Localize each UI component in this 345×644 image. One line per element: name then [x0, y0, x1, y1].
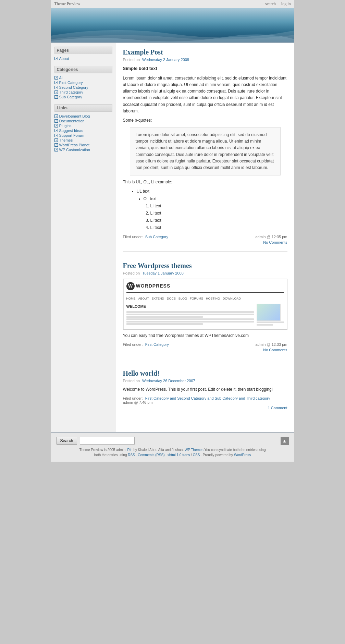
page-icon-about: ↗ — [54, 57, 58, 60]
wp-main-col: WELCOME — [126, 304, 254, 326]
link-item-themes: ↗ Themes — [54, 138, 112, 143]
post-link-free-wp[interactable]: Free Wordpress themes — [123, 262, 192, 269]
link-icon-wp-custom: ↗ — [54, 148, 58, 151]
main-content: Example Post Posted on Wednesday 2 Janua… — [116, 43, 294, 432]
post-link-hello-world[interactable]: Hello world! — [123, 369, 160, 377]
post-title-hello-world: Hello world! — [123, 369, 287, 377]
post-author-example: admin @ 12:35 pm — [255, 235, 287, 239]
post-comments-example: No Comments — [123, 240, 287, 244]
post-date-example: Posted on Wednesday 2 January 2008 — [123, 58, 287, 62]
post-title-example: Example Post — [123, 48, 287, 56]
link-wp-planet[interactable]: ↗ WordPress Planet — [54, 143, 112, 147]
pages-list: ↗ About — [54, 56, 112, 61]
search-input[interactable] — [80, 437, 135, 445]
post-date-link-example[interactable]: Wednesday 2 January 2008 — [142, 58, 189, 62]
link-icon-plugins: ↗ — [54, 124, 58, 127]
footer-wordpress-link[interactable]: WordPress — [234, 453, 251, 457]
link-support[interactable]: ↗ Support Forum — [54, 133, 112, 137]
category-link-second[interactable]: ↗ Second Category — [54, 85, 112, 89]
link-docs[interactable]: ↗ Documentation — [54, 119, 112, 123]
link-themes[interactable]: ↗ Themes — [54, 138, 112, 142]
categories-list: ↗ All ↗ First Category ↗ Second Ca — [54, 75, 112, 99]
post-categories-link-hello-world[interactable]: First Category and Second Category and S… — [145, 396, 270, 400]
category-item-third: ↗ Third category — [54, 90, 112, 95]
post-category-link-free-wp[interactable]: First Category — [145, 342, 169, 347]
post-free-wp: Free Wordpress themes Posted on Tuesday … — [123, 262, 287, 360]
content-wrapper: Pages ↗ About Categories ↗ — [51, 42, 294, 432]
footer-rin-link[interactable]: Rin — [127, 448, 133, 452]
footer-comments-rss-link[interactable]: Comments (RSS) — [138, 453, 164, 457]
category-link-sub[interactable]: ↗ Sub Category — [54, 95, 112, 99]
link-item-devblog: ↗ Development Blog — [54, 114, 112, 119]
link-item-support: ↗ Support Forum — [54, 133, 112, 138]
category-link-all[interactable]: ↗ All — [54, 76, 112, 80]
footer-rss-link[interactable]: RSS — [128, 453, 135, 457]
categories-heading: Categories — [54, 66, 112, 73]
category-link-third[interactable]: ↗ Third category — [54, 90, 112, 94]
link-icon-docs: ↗ — [54, 119, 58, 123]
post-blockquote-example: Lorem ipsum dolor sit amet, consectetur … — [130, 127, 281, 175]
post-author-free-wp: admin @ 12:33 pm — [255, 342, 287, 347]
category-icon-second: ↗ — [54, 86, 58, 89]
post-comments-link-example[interactable]: No Comments — [263, 240, 287, 244]
search-bar: Search — [57, 437, 135, 445]
pages-section: Pages ↗ About — [54, 47, 112, 61]
categories-section: Categories ↗ All ↗ First Category — [54, 66, 112, 99]
link-item-wp-planet: ↗ WordPress Planet — [54, 143, 112, 147]
links-list: ↗ Development Blog ↗ Documentation ↗ — [54, 114, 112, 152]
page-link-about[interactable]: ↗ About — [54, 57, 112, 61]
link-icon-themes: ↗ — [54, 138, 58, 142]
login-link[interactable]: log in — [281, 1, 291, 7]
post-link-example[interactable]: Example Post — [123, 48, 163, 56]
footer-text: Theme Preview is 2005 admin. Rin by Khal… — [57, 447, 289, 458]
post-meta-hello-world: Filed under: First Category and Second C… — [123, 396, 287, 404]
site-title: Theme Preview — [54, 1, 81, 7]
link-item-wp-custom: ↗ WP Customization — [54, 147, 112, 152]
topbar: Theme Preview search log in — [51, 0, 294, 8]
wp-body: WELCOME — [126, 304, 284, 326]
link-wp-custom[interactable]: ↗ WP Customization — [54, 148, 112, 152]
link-icon-wp-planet: ↗ — [54, 143, 58, 147]
post-comments-link-free-wp[interactable]: No Comments — [263, 348, 287, 352]
wp-mockup-header: W WORDPRESS — [126, 282, 284, 293]
links-heading: Links — [54, 104, 112, 112]
post-title-free-wp: Free Wordpress themes — [123, 262, 287, 270]
post-meta-example: Filed under: Sub Category admin @ 12:35 … — [123, 235, 287, 239]
post-date-link-free-wp[interactable]: Tuesday 1 January 2008 — [142, 271, 184, 275]
search-link[interactable]: search — [265, 1, 276, 7]
wp-logo-circle: W — [126, 282, 135, 290]
post-body-example: Simple bold text Lorem ipsum dolor sit a… — [123, 65, 287, 231]
wp-mockup: W WORDPRESS HOME ABOUT EXTEND DOCS BLOG — [123, 279, 287, 329]
link-suggest[interactable]: ↗ Suggest Ideas — [54, 129, 112, 133]
search-button[interactable]: Search — [57, 437, 77, 445]
link-devblog[interactable]: ↗ Development Blog — [54, 114, 112, 118]
link-icon-devblog: ↗ — [54, 114, 58, 118]
link-item-suggest: ↗ Suggest Ideas — [54, 128, 112, 133]
sidebar: Pages ↗ About Categories ↗ — [51, 43, 116, 432]
link-item-plugins: ↗ Plugins — [54, 123, 112, 128]
category-link-first[interactable]: ↗ First Category — [54, 81, 112, 85]
site-header — [51, 8, 294, 42]
link-item-docs: ↗ Documentation — [54, 119, 112, 123]
footer-xhtml-link[interactable]: xhtml 1.0 trans — [168, 453, 190, 457]
scroll-top-button[interactable]: ▲ — [281, 437, 289, 445]
link-icon-support: ↗ — [54, 134, 58, 137]
category-icon-third: ↗ — [54, 90, 58, 94]
wp-logo: W WORDPRESS — [126, 282, 171, 290]
page-item-about: ↗ About — [54, 56, 112, 61]
wp-screenshot: W WORDPRESS HOME ABOUT EXTEND DOCS BLOG — [123, 279, 287, 330]
post-comments-hello-world: 1 Comment — [123, 406, 287, 410]
post-date-free-wp: Posted on Tuesday 1 January 2008 — [123, 271, 287, 275]
category-item-all: ↗ All — [54, 75, 112, 80]
post-list-example: UL text OL text Li text Li text Li text … — [130, 188, 287, 231]
footer-css-link[interactable]: CSS — [193, 453, 200, 457]
post-example: Example Post Posted on Wednesday 2 Janua… — [123, 48, 287, 252]
footer-wp-themes-link[interactable]: WP Themes — [185, 448, 204, 452]
post-category-link-example[interactable]: Sub Category — [145, 235, 168, 239]
post-date-link-hello-world[interactable]: Wednesday 26 December 2007 — [142, 379, 195, 383]
post-body-hello-world: Welcome to WordPress. This is your first… — [123, 386, 287, 393]
post-date-hello-world: Posted on Wednesday 26 December 2007 — [123, 379, 287, 383]
post-comments-link-hello-world[interactable]: 1 Comment — [268, 406, 287, 410]
link-plugins[interactable]: ↗ Plugins — [54, 124, 112, 128]
wp-sidebar-img — [257, 304, 281, 321]
